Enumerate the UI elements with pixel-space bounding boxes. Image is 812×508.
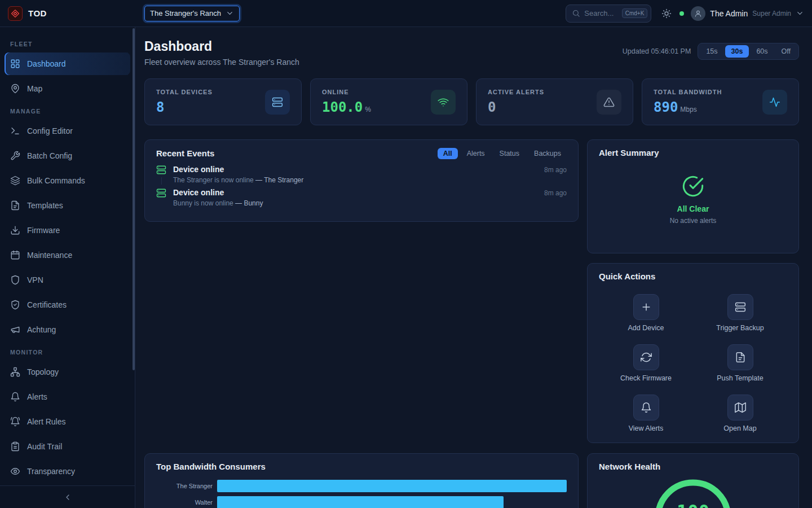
- stat-card-online: ONLINE 100.0%: [310, 78, 467, 125]
- server-icon: [156, 188, 166, 198]
- filter-backups[interactable]: Backups: [528, 148, 567, 159]
- bell-icon: [641, 402, 652, 413]
- download-icon: [10, 225, 20, 235]
- sidebar-item-label: VPN: [27, 275, 43, 284]
- refresh-15s-button[interactable]: 15s: [700, 45, 723, 58]
- bandwidth-title: Top Bandwidth Consumers: [156, 462, 567, 472]
- sidebar-item-label: Achtung: [27, 325, 56, 334]
- stat-label: ONLINE: [322, 89, 371, 95]
- eye-icon: [10, 466, 20, 476]
- filter-alerts[interactable]: Alerts: [461, 148, 491, 159]
- quick-action-label: Add Device: [628, 324, 664, 332]
- quick-action-push-template[interactable]: Push Template: [693, 344, 787, 382]
- quick-actions-title: Quick Actions: [599, 271, 787, 282]
- stat-value: 0: [488, 99, 496, 115]
- stat-label: ACTIVE ALERTS: [488, 89, 544, 95]
- sidebar-item-alerts[interactable]: Alerts: [5, 386, 130, 408]
- event-time: 8m ago: [544, 166, 567, 174]
- app-root: TOD The Stranger's Ranch Search... Cmd+K…: [0, 0, 812, 508]
- network-health-panel: Network Health 100: [587, 453, 799, 508]
- sidebar-item-maintenance[interactable]: Maintenance: [5, 244, 130, 266]
- sidebar-item-topology[interactable]: Topology: [5, 361, 130, 383]
- sun-icon: [661, 8, 672, 19]
- sidebar-item-transparency[interactable]: Transparency: [5, 460, 130, 483]
- sidebar-item-config-editor[interactable]: Config Editor: [5, 120, 130, 142]
- sidebar-item-templates[interactable]: Templates: [5, 194, 130, 217]
- refresh-off-button[interactable]: Off: [775, 45, 797, 58]
- quick-action-add-device[interactable]: Add Device: [599, 294, 693, 332]
- terminal-icon: [10, 126, 20, 136]
- stat-card-active-alerts: ACTIVE ALERTS 0: [476, 78, 633, 125]
- theme-toggle-button[interactable]: [658, 5, 675, 22]
- sidebar-item-vpn[interactable]: VPN: [5, 269, 130, 291]
- server-icon: [156, 165, 166, 175]
- timeline-connector: [161, 177, 162, 185]
- stat-card-total-bandwidth: TOTAL BANDWIDTH 890Mbps: [642, 78, 799, 125]
- quick-action-open-map[interactable]: Open Map: [693, 395, 787, 432]
- plus-icon: [641, 301, 652, 313]
- bell-icon: [10, 392, 20, 402]
- filter-all[interactable]: All: [438, 148, 458, 159]
- chevron-down-icon: [796, 9, 804, 17]
- sidebar-item-label: Templates: [27, 201, 63, 210]
- avatar: [691, 6, 705, 21]
- chevron-down-icon: [226, 9, 234, 17]
- search-shortcut-badge: Cmd+K: [622, 8, 648, 18]
- sidebar-item-batch-config[interactable]: Batch Config: [5, 144, 130, 167]
- topbar: TOD The Stranger's Ranch Search... Cmd+K…: [0, 0, 812, 27]
- event-title: Device online: [173, 165, 224, 174]
- bandwidth-chart: The Stranger Walter: [156, 480, 567, 508]
- event-device: — The Stranger: [255, 176, 303, 184]
- stat-label: TOTAL DEVICES: [156, 89, 213, 95]
- quick-action-trigger-backup[interactable]: Trigger Backup: [693, 294, 787, 332]
- event-filters: All Alerts Status Backups: [438, 148, 567, 159]
- page-title: Dashboard: [144, 38, 299, 54]
- user-menu[interactable]: The Admin Super Admin: [691, 6, 804, 21]
- sidebar-item-label: Alert Rules: [27, 417, 65, 426]
- refresh-60s-button[interactable]: 60s: [750, 45, 774, 58]
- quick-actions-panel: Quick Actions Add Device Trigger Backup: [587, 263, 799, 443]
- sidebar-item-label: Firmware: [27, 226, 60, 235]
- sidebar-collapse-button[interactable]: [0, 485, 135, 508]
- sidebar-item-label: Map: [27, 84, 42, 93]
- event-row[interactable]: Device online 8m ago Bunny is now online…: [156, 188, 567, 208]
- stat-unit: Mbps: [680, 106, 696, 113]
- filter-status[interactable]: Status: [494, 148, 525, 159]
- map-pin-icon: [10, 84, 20, 94]
- quick-action-label: View Alerts: [629, 424, 664, 432]
- event-row[interactable]: Device online 8m ago The Stranger is now…: [156, 165, 567, 185]
- fleet-selector[interactable]: The Stranger's Ranch: [144, 6, 240, 21]
- sidebar-item-firmware[interactable]: Firmware: [5, 219, 130, 242]
- sidebar-item-bulk-commands[interactable]: Bulk Commands: [5, 169, 130, 192]
- quick-action-label: Check Firmware: [620, 374, 672, 382]
- search-input[interactable]: Search... Cmd+K: [566, 5, 651, 23]
- nav-section-fleet: FLEET: [10, 41, 125, 48]
- megaphone-icon: [10, 325, 20, 335]
- sidebar-scrollbar[interactable]: [133, 28, 135, 370]
- alert-summary-status: All Clear: [599, 204, 787, 213]
- sidebar-item-label: Config Editor: [27, 126, 73, 135]
- sidebar-item-certificates[interactable]: Certificates: [5, 294, 130, 316]
- sidebar-item-label: Topology: [27, 367, 59, 376]
- alert-summary-title: Alert Summary: [599, 148, 787, 158]
- quick-action-check-firmware[interactable]: Check Firmware: [599, 344, 693, 382]
- bandwidth-device-label: The Stranger: [156, 483, 217, 489]
- calendar-icon: [10, 250, 20, 260]
- stat-unit: %: [365, 106, 371, 113]
- sidebar-item-achtung[interactable]: Achtung: [5, 318, 130, 341]
- refresh-30s-button[interactable]: 30s: [725, 45, 749, 58]
- sidebar-item-label: Audit Trail: [27, 442, 62, 451]
- nav-section-manage: MANAGE: [10, 108, 125, 115]
- bandwidth-bar: [217, 496, 504, 508]
- bandwidth-row: The Stranger: [156, 480, 567, 492]
- sidebar-item-map[interactable]: Map: [5, 77, 130, 100]
- dashboard-grid-icon: [10, 59, 20, 69]
- server-icon: [272, 97, 283, 108]
- search-placeholder: Search...: [584, 9, 617, 17]
- quick-action-view-alerts[interactable]: View Alerts: [599, 395, 693, 432]
- app-logo-icon: [8, 6, 23, 21]
- recent-events-title: Recent Events: [156, 148, 214, 159]
- sidebar-item-alert-rules[interactable]: Alert Rules: [5, 410, 130, 433]
- sidebar-item-audit-trail[interactable]: Audit Trail: [5, 435, 130, 458]
- sidebar-item-dashboard[interactable]: Dashboard: [5, 52, 130, 75]
